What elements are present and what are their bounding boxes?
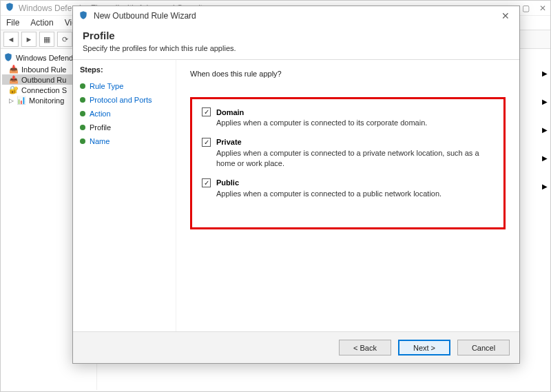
option-public: ✓ Public Applies when a computer is conn…: [202, 178, 494, 199]
step-action[interactable]: Action: [80, 107, 169, 121]
tree-monitoring-label: Monitoring: [29, 96, 64, 105]
checkbox-private[interactable]: ✓: [202, 138, 211, 147]
outbound-rules-icon: 📤: [9, 75, 19, 84]
tree-outbound-label: Outbound Ru: [21, 76, 66, 84]
wizard-content: When does this rule apply? ✓ Domain Appl…: [176, 60, 519, 331]
expander-icon[interactable]: ▶: [542, 154, 548, 162]
bullet-icon: [80, 83, 85, 89]
forward-nav-icon[interactable]: ►: [21, 32, 37, 47]
next-button[interactable]: Next >: [398, 340, 450, 355]
wizard-step-title: Profile: [83, 30, 510, 41]
option-private: ✓ Private Applies when a computer is con…: [202, 138, 494, 169]
expander-icon[interactable]: ▶: [542, 70, 548, 77]
shield-icon: [3, 52, 13, 63]
wizard-shield-icon: [79, 10, 88, 22]
cancel-button[interactable]: Cancel: [457, 340, 510, 355]
label-private: Private: [216, 138, 242, 146]
wizard-titlebar: New Outbound Rule Wizard ✕: [73, 6, 519, 25]
option-domain: ✓ Domain Applies when a computer is conn…: [202, 107, 494, 128]
step-profile[interactable]: Profile: [80, 121, 169, 134]
bullet-icon: [80, 111, 85, 116]
label-public: Public: [216, 178, 239, 187]
tree-connection-label: Connection S: [21, 86, 67, 94]
wizard-header: Profile Specify the profiles for which t…: [73, 25, 519, 59]
step-rule-type[interactable]: Rule Type: [80, 79, 169, 93]
expander-icon[interactable]: ▶: [542, 126, 548, 134]
bullet-icon: [80, 125, 85, 130]
monitoring-icon: 📊: [17, 96, 26, 105]
menu-action[interactable]: Action: [30, 18, 53, 28]
wizard-subtitle: Specify the profiles for which this rule…: [83, 44, 510, 52]
wizard-title: New Outbound Rule Wizard: [94, 11, 196, 21]
bullet-icon: [80, 97, 85, 103]
tree-inbound-label: Inbound Rule: [21, 65, 66, 74]
menu-file[interactable]: File: [6, 18, 19, 28]
app-shield-icon: [5, 2, 14, 14]
back-button[interactable]: < Back: [339, 340, 391, 355]
checkbox-public[interactable]: ✓: [202, 178, 211, 187]
bullet-icon: [80, 138, 85, 144]
desc-private: Applies when a computer is connected to …: [216, 148, 494, 169]
chevron-right-icon: ▷: [9, 97, 14, 104]
right-panel-expanders: ▶ ▶ ▶ ▶ ▶: [542, 70, 548, 190]
toolbar-grid-icon[interactable]: ▦: [39, 32, 54, 47]
close-icon[interactable]: ✕: [497, 10, 514, 21]
back-nav-icon[interactable]: ◄: [3, 32, 19, 47]
steps-heading: Steps:: [80, 65, 169, 74]
wizard-steps-panel: Steps: Rule Type Protocol and Ports Acti…: [73, 60, 176, 331]
wizard-dialog: New Outbound Rule Wizard ✕ Profile Speci…: [72, 6, 520, 364]
step-name[interactable]: Name: [80, 134, 169, 148]
refresh-icon[interactable]: ⟳: [57, 32, 72, 47]
tree-root-label: Windows Defender: [16, 54, 80, 62]
highlight-box: ✓ Domain Applies when a computer is conn…: [190, 97, 506, 229]
desc-public: Applies when a computer is connected to …: [216, 189, 494, 199]
label-domain: Domain: [216, 108, 244, 116]
expander-icon[interactable]: ▶: [542, 183, 548, 190]
wizard-footer: < Back Next > Cancel: [73, 331, 519, 363]
maximize-icon[interactable]: ▢: [522, 3, 530, 13]
checkbox-domain[interactable]: ✓: [202, 107, 211, 116]
close-main-icon[interactable]: ✕: [539, 3, 546, 13]
inbound-rules-icon: 📥: [9, 65, 19, 74]
desc-domain: Applies when a computer is connected to …: [216, 118, 494, 128]
expander-icon[interactable]: ▶: [542, 98, 548, 105]
prompt-text: When does this rule apply?: [190, 70, 506, 78]
connection-security-icon: 🔐: [9, 85, 19, 94]
step-protocol-ports[interactable]: Protocol and Ports: [80, 93, 169, 107]
